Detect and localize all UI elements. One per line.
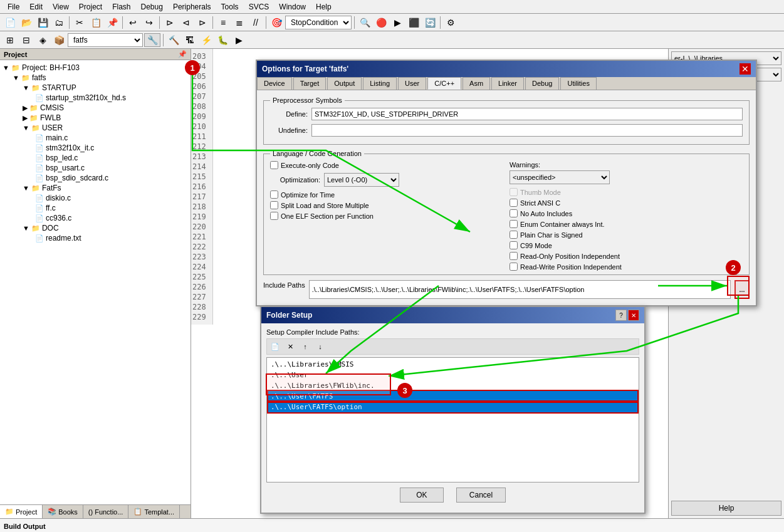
target-combo[interactable]: fatfs [68,33,143,47]
stm32-it-icon: 📄 [35,144,44,152]
copy-btn[interactable]: 📋 [88,16,103,29]
save-all-btn[interactable]: 🗂 [51,16,66,29]
reset-btn[interactable]: 🔄 [422,16,437,29]
tab-project[interactable]: 📁 Project [0,505,43,518]
right-sidebar-combo1[interactable]: er-I..\..\Libraries [671,51,781,65]
menu-file[interactable]: File [3,1,24,13]
tree-fatfs-folder[interactable]: ▼ 📁 FatFs [3,183,188,193]
tree-doc[interactable]: ▼ 📁 DOC [3,223,188,233]
menu-peripherals[interactable]: Peripherals [168,1,216,13]
bsp-usart-icon: 📄 [35,164,44,172]
build-btn[interactable]: 🔨 [166,33,181,47]
open-btn[interactable]: 📂 [19,16,34,29]
sep8 [163,34,164,46]
tab-templates[interactable]: 📋 Templat... [128,505,180,518]
tab-books[interactable]: 📚 Books [43,505,83,518]
tree-cmsis[interactable]: ▶ 📁 CMSIS [3,103,188,113]
redo-btn[interactable]: ↪ [142,16,157,29]
menu-bar: File Edit View Project Flash Debug Perip… [0,0,784,14]
tree-startup-label: STARTUP [42,83,76,92]
fwlb-expand-icon: ▶ [23,114,28,122]
tree-ff-label: ff.c [46,204,56,212]
debug-btn[interactable]: 🔴 [374,16,389,29]
tree-diskio[interactable]: 📄 diskio.c [3,193,188,203]
outdent-btn[interactable]: ≣ [232,16,247,29]
settings-btn[interactable]: ⚙ [443,16,458,29]
menu-debug[interactable]: Debug [136,1,168,13]
undo-btn[interactable]: ↩ [125,16,140,29]
tree-user-label: USER [42,123,63,132]
ff-icon: 📄 [35,204,44,212]
target-settings-btn[interactable]: 🔧 [144,33,160,47]
line-numbers: 2032042052062072082092102112122132142152… [191,49,213,325]
tab-functions[interactable]: () Functio... [83,505,129,518]
paste-btn[interactable]: 📌 [105,16,120,29]
tree-ff[interactable]: 📄 ff.c [3,203,188,213]
fatfs-expand-icon: ▼ [13,74,19,81]
tb2-btn4[interactable]: 📦 [51,33,66,47]
tree-bsp-sdio[interactable]: 📄 bsp_sdio_sdcard.c [3,173,188,183]
menu-svcs[interactable]: SVCS [244,1,274,13]
main-area: Project 📌 ▼ 📁 Project: BH-F103 ▼ 📁 fatfs… [0,49,784,518]
cut-btn[interactable]: ✂ [72,16,87,29]
tree-user[interactable]: ▼ 📁 USER [3,123,188,133]
tree-readme-label: readme.txt [46,234,81,243]
tree-root-label: Project: BH-F103 [22,63,80,72]
menu-flash[interactable]: Flash [107,1,135,13]
menu-tools[interactable]: Tools [216,1,244,13]
find-btn[interactable]: 🔍 [357,16,372,29]
startup-file-icon: 📄 [35,94,44,102]
tree-cc936-label: cc936.c [46,214,71,222]
menu-view[interactable]: View [48,1,74,13]
tree-bsp-usart[interactable]: 📄 bsp_usart.c [3,163,188,173]
code-content [213,49,668,54]
tree-main-c[interactable]: 📄 main.c [3,133,188,143]
right-sidebar-combo2[interactable]: 更新\SDIO-FatFs移 [671,68,781,81]
left-panel: Project 📌 ▼ 📁 Project: BH-F103 ▼ 📁 fatfs… [0,49,191,518]
diskio-icon: 📄 [35,194,44,202]
tree-fwlb[interactable]: ▶ 📁 FWLB [3,113,188,123]
toolbar-secondary: ⊞ ⊟ ◈ 📦 fatfs 🔧 🔨 🏗 ⚡ 🐛 ▶ [0,31,784,49]
tree-startup[interactable]: ▼ 📁 STARTUP [3,83,188,93]
flash-btn[interactable]: ⚡ [199,33,214,47]
target-icon-btn[interactable]: 🎯 [269,16,284,29]
tree-root[interactable]: ▼ 📁 Project: BH-F103 [3,63,188,73]
fatfs-folder-icon: 📁 [21,74,30,82]
cmsis-folder-icon: 📁 [29,104,38,112]
fwlb-folder-icon: 📁 [29,114,38,122]
right-sidebar: er-I..\..\Libraries 更新\SDIO-FatFs移 Help [668,49,784,518]
tree-readme[interactable]: 📄 readme.txt [3,233,188,243]
nav-btn2[interactable]: ⊲ [179,16,194,29]
menu-edit[interactable]: Edit [24,1,48,13]
project-tree[interactable]: ▼ 📁 Project: BH-F103 ▼ 📁 fatfs ▼ 📁 START… [0,60,191,504]
tree-fatfs[interactable]: ▼ 📁 fatfs [3,73,188,83]
indent-btn[interactable]: ≡ [216,16,231,29]
tb2-btn2[interactable]: ⊟ [19,33,34,47]
tb2-btn1[interactable]: ⊞ [3,33,18,47]
menu-project[interactable]: Project [74,1,107,13]
tree-fatfs-folder-label: FatFs [42,184,61,192]
tb2-btn3[interactable]: ◈ [35,33,50,47]
comment-btn[interactable]: // [248,16,263,29]
stop-condition-combo[interactable]: StopCondition [285,16,352,29]
rebuild-btn[interactable]: 🏗 [182,33,197,47]
help-button[interactable]: Help [671,501,781,516]
tree-cc936[interactable]: 📄 cc936.c [3,213,188,223]
run2-btn[interactable]: ▶ [231,33,246,47]
save-btn[interactable]: 💾 [35,16,50,29]
right-sidebar-content: er-I..\..\Libraries 更新\SDIO-FatFs移 [669,49,784,498]
nav-btn3[interactable]: ⊳ [195,16,210,29]
tree-stm32-it[interactable]: 📄 stm32f10x_it.c [3,143,188,153]
panel-pin-icon[interactable]: 📌 [178,50,187,58]
new-file-btn[interactable]: 📄 [3,16,18,29]
project-panel-title: Project [4,51,27,58]
tree-startup-file[interactable]: 📄 startup_stm32f10x_hd.s [3,93,188,103]
tree-bsp-usart-label: bsp_usart.c [46,164,85,172]
start-debug-btn[interactable]: 🐛 [215,33,230,47]
tree-bsp-led[interactable]: 📄 bsp_led.c [3,153,188,163]
nav-btn1[interactable]: ⊳ [162,16,177,29]
run-btn[interactable]: ▶ [390,16,405,29]
stop-btn[interactable]: ⬛ [406,16,421,29]
menu-help[interactable]: Help [311,1,337,13]
menu-window[interactable]: Window [274,1,311,13]
